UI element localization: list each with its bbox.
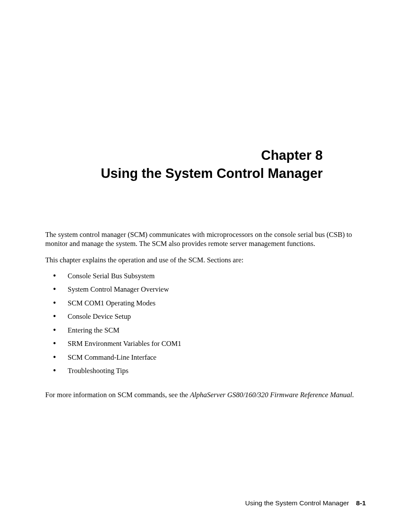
page-footer: Using the System Control Manager 8-1 xyxy=(245,499,366,507)
intro-paragraph-1: The system control manager (SCM) communi… xyxy=(45,230,366,249)
reference-prefix: For more information on SCM commands, se… xyxy=(45,391,190,399)
page-number: 8-1 xyxy=(356,499,366,507)
document-page: Chapter 8 Using the System Control Manag… xyxy=(0,0,411,399)
list-item: System Control Manager Overview xyxy=(45,285,366,294)
reference-paragraph: For more information on SCM commands, se… xyxy=(45,390,366,399)
list-item: Console Serial Bus Subsystem xyxy=(45,271,366,280)
section-list: Console Serial Bus Subsystem System Cont… xyxy=(45,271,366,376)
footer-title: Using the System Control Manager xyxy=(245,499,349,507)
list-item: Troubleshooting Tips xyxy=(45,366,366,375)
intro-paragraph-2: This chapter explains the operation and … xyxy=(45,255,366,264)
list-item: Console Device Setup xyxy=(45,312,366,321)
chapter-title: Using the System Control Manager xyxy=(45,165,323,183)
reference-title: AlphaServer GS80/160/320 Firmware Refere… xyxy=(190,391,352,399)
chapter-number: Chapter 8 xyxy=(45,146,323,165)
list-item: SRM Environment Variables for COM1 xyxy=(45,339,366,348)
list-item: Entering the SCM xyxy=(45,326,366,335)
list-item: SCM Command-Line Interface xyxy=(45,353,366,362)
chapter-heading: Chapter 8 Using the System Control Manag… xyxy=(45,146,366,183)
list-item: SCM COM1 Operating Modes xyxy=(45,299,366,308)
reference-suffix: . xyxy=(352,391,354,399)
